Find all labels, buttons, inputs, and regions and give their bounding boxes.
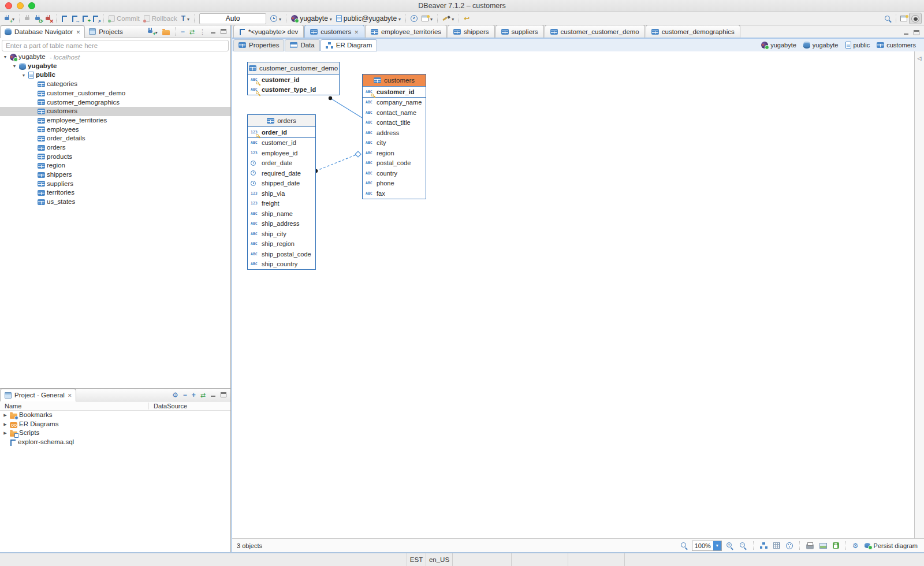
editor-tab-shippers[interactable]: shippers xyxy=(448,25,494,38)
field-fax[interactable]: ABCfax xyxy=(363,188,426,199)
field-shipped_date[interactable]: shipped_date xyxy=(248,178,315,189)
editor-tab-employee-territories[interactable]: employee_territories xyxy=(365,25,447,38)
breadcrumb-yugabyte[interactable]: yugabyte xyxy=(761,42,796,49)
tree-expander-icon[interactable]: ▼ xyxy=(12,64,17,68)
sql-editor-button[interactable] xyxy=(59,13,69,24)
tree-item-yugabyte[interactable]: ▼yugabyte xyxy=(0,62,230,71)
tree-item-customer_customer_demo[interactable]: customer_customer_demo xyxy=(0,89,230,98)
toggle-grid-button[interactable] xyxy=(772,540,782,552)
tree-item-shippers[interactable]: shippers xyxy=(0,170,230,180)
search-button[interactable] xyxy=(882,13,893,24)
field-customer_id[interactable]: ABCcustomer_id xyxy=(248,75,339,85)
entity-customers[interactable]: customersABCcustomer_idABCcompany_nameAB… xyxy=(362,74,426,199)
field-country[interactable]: ABCcountry xyxy=(363,168,426,178)
tab-project-general[interactable]: Project - General xyxy=(0,389,76,401)
zoom-out-button[interactable]: − xyxy=(737,540,748,552)
column-datasource[interactable]: DataSource xyxy=(149,403,187,409)
nav-new-connection-button[interactable]: + xyxy=(146,27,159,37)
txn-mode-combo[interactable]: Auto xyxy=(199,13,266,24)
expand-palette-button[interactable] xyxy=(918,54,922,538)
print-diagram-button[interactable] xyxy=(804,540,815,552)
persist-diagram-button[interactable]: Persist diagram xyxy=(863,540,919,552)
field-ship_via[interactable]: 123ship_via xyxy=(248,188,315,199)
field-required_date[interactable]: required_date xyxy=(248,168,315,178)
minimize-view-button[interactable] xyxy=(208,27,218,37)
entity-header[interactable]: customers xyxy=(363,75,426,87)
project-settings-button[interactable] xyxy=(170,390,180,400)
undo-navigation-button[interactable] xyxy=(462,13,471,24)
field-freight[interactable]: 123freight xyxy=(248,199,315,209)
tree-item-employee_territories[interactable]: employee_territories xyxy=(0,116,230,125)
tab-projects[interactable]: Projects xyxy=(85,25,127,38)
schema-selector[interactable]: public@yugabyte xyxy=(334,13,403,24)
editor-tab-customers[interactable]: customers xyxy=(304,25,364,38)
close-tab-icon[interactable] xyxy=(354,28,359,35)
field-ship_address[interactable]: ABCship_address xyxy=(248,219,315,229)
project-item-explorr-schema.sql[interactable]: explorr-schema.sql xyxy=(0,438,230,447)
field-city[interactable]: ABCcity xyxy=(363,138,426,148)
tree-item-yugabyte[interactable]: ▼yugabyte- localhost xyxy=(0,53,230,62)
nav-new-folder-button[interactable] xyxy=(161,27,172,37)
zoom-combo[interactable]: 100% ▾ xyxy=(692,541,722,551)
entity-header[interactable]: orders xyxy=(248,115,315,127)
editor-tab-customer-demographics[interactable]: customer_demographics xyxy=(646,25,740,38)
field-ship_city[interactable]: ABCship_city xyxy=(248,229,315,239)
export-image-button[interactable] xyxy=(818,540,829,552)
toggle-palette-button[interactable] xyxy=(784,540,795,552)
tab-database-navigator[interactable]: Database Navigator xyxy=(0,25,85,38)
subtab-er-diagram[interactable]: ER Diagram xyxy=(321,39,378,51)
project-expand-button[interactable] xyxy=(190,390,198,400)
field-company_name[interactable]: ABCcompany_name xyxy=(363,98,426,108)
editor-tab-customer-customer-demo[interactable]: customer_customer_demo xyxy=(545,25,645,38)
project-maximize-button[interactable] xyxy=(219,390,228,400)
tree-item-customer_demographics[interactable]: customer_demographics xyxy=(0,98,230,107)
project-item-Bookmarks[interactable]: ▶Bookmarks xyxy=(0,411,230,420)
tree-item-orders[interactable]: orders xyxy=(0,143,230,152)
open-sql-script-button[interactable]: → xyxy=(70,13,80,24)
er-diagram-canvas[interactable]: customer_customer_demoABCcustomer_idABCc… xyxy=(232,51,924,538)
field-contact_name[interactable]: ABCcontact_name xyxy=(363,107,426,118)
disconnect-button[interactable]: ✕ xyxy=(43,13,53,24)
compare-button[interactable] xyxy=(441,13,456,24)
maximize-view-button[interactable] xyxy=(219,27,228,37)
reconnect-button[interactable]: ⟳ xyxy=(33,13,43,24)
tree-item-region[interactable]: region xyxy=(0,161,230,170)
field-ship_region[interactable]: ABCship_region xyxy=(248,239,315,250)
column-name[interactable]: Name xyxy=(0,403,149,409)
editor-tab-suppliers[interactable]: suppliers xyxy=(495,25,544,38)
field-postal_code[interactable]: ABCpostal_code xyxy=(363,158,426,169)
editor-tab--yugabyte-dev[interactable]: *<yugabyte> dev xyxy=(233,25,304,38)
link-with-editor-button[interactable] xyxy=(188,27,196,37)
connection-selector[interactable]: yugabyte xyxy=(289,13,334,24)
tree-item-order_details[interactable]: order_details xyxy=(0,134,230,143)
tree-item-suppliers[interactable]: suppliers xyxy=(0,180,230,189)
window-layout-button[interactable] xyxy=(420,13,434,24)
project-link-button[interactable] xyxy=(199,390,207,400)
view-menu-button[interactable] xyxy=(198,27,207,37)
open-perspective-button[interactable] xyxy=(899,13,909,24)
tree-item-public[interactable]: ▼public xyxy=(0,70,230,80)
new-sql-editor-button[interactable]: + xyxy=(80,13,90,24)
auto-layout-button[interactable] xyxy=(758,540,769,552)
zoom-in-button[interactable]: + xyxy=(724,540,735,552)
minimize-editor-button[interactable] xyxy=(903,30,909,35)
field-ship_postal_code[interactable]: ABCship_postal_code xyxy=(248,249,315,259)
field-customer_id[interactable]: ABCcustomer_id xyxy=(363,87,426,97)
diagram-search-button[interactable] xyxy=(679,540,690,552)
tree-expander-icon[interactable]: ▼ xyxy=(2,55,8,59)
breadcrumb-yugabyte[interactable]: yugabyte xyxy=(803,42,839,49)
transaction-log-button[interactable] xyxy=(180,13,191,24)
subtab-properties[interactable]: Properties xyxy=(233,39,284,51)
tree-expander-icon[interactable]: ▶ xyxy=(2,431,8,435)
tree-item-territories[interactable]: territories xyxy=(0,188,230,198)
tree-item-us_states[interactable]: us_states xyxy=(0,198,230,207)
chevron-down-icon[interactable]: ▾ xyxy=(713,541,721,550)
field-customer_type_id[interactable]: ABCcustomer_type_id xyxy=(248,85,339,95)
new-connection-button[interactable]: + xyxy=(2,13,16,24)
dbeaver-perspective-button[interactable] xyxy=(909,13,922,24)
dashboard-button[interactable] xyxy=(409,13,419,24)
field-phone[interactable]: ABCphone xyxy=(363,178,426,189)
close-icon[interactable] xyxy=(68,392,72,399)
tree-expander-icon[interactable]: ▼ xyxy=(21,73,27,77)
tree-item-employees[interactable]: employees xyxy=(0,125,230,135)
